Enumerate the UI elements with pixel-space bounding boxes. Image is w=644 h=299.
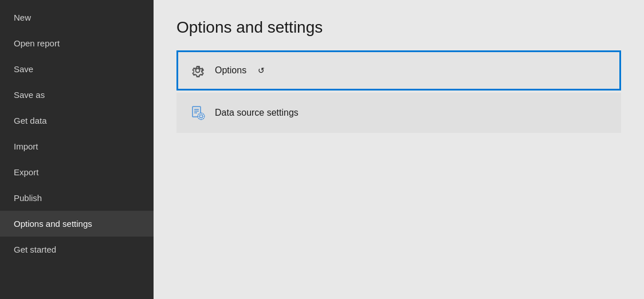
sidebar-item-label-import: Import [14, 141, 38, 151]
sidebar-item-label-options-and-settings: Options and settings [14, 219, 92, 229]
datasource-icon [190, 105, 206, 121]
sidebar-item-open-report[interactable]: Open report [0, 30, 154, 56]
cursor-indicator: ↺ [258, 66, 265, 75]
sidebar: New Open report Save Save as Get data Im… [0, 0, 154, 299]
gear-icon [190, 62, 206, 78]
sidebar-item-label-save: Save [14, 64, 33, 74]
sidebar-item-label-get-started: Get started [14, 245, 56, 254]
sidebar-item-label-get-data: Get data [14, 116, 47, 125]
page-title: Options and settings [176, 18, 621, 37]
sidebar-item-save-as[interactable]: Save as [0, 82, 154, 108]
sidebar-item-publish[interactable]: Publish [0, 185, 154, 211]
sidebar-item-get-started[interactable]: Get started [0, 237, 154, 262]
sidebar-item-new[interactable]: New [0, 5, 154, 30]
option-item-options[interactable]: Options ↺ [176, 50, 621, 91]
sidebar-item-label-open-report: Open report [14, 38, 60, 48]
sidebar-item-import[interactable]: Import [0, 133, 154, 159]
sidebar-item-label-new: New [14, 13, 31, 22]
sidebar-item-label-publish: Publish [14, 193, 42, 203]
sidebar-item-options-and-settings[interactable]: Options and settings [0, 211, 154, 237]
option-label-options: Options [215, 65, 246, 76]
sidebar-item-save[interactable]: Save [0, 56, 154, 82]
sidebar-item-label-save-as: Save as [14, 90, 45, 100]
main-content: Options and settings Options ↺ Da [154, 0, 644, 299]
option-item-data-source-settings[interactable]: Data source settings [176, 93, 621, 133]
sidebar-item-export[interactable]: Export [0, 159, 154, 185]
sidebar-item-label-export: Export [14, 167, 38, 177]
options-list: Options ↺ Data source settings [176, 50, 621, 135]
sidebar-item-get-data[interactable]: Get data [0, 108, 154, 133]
option-label-data-source-settings: Data source settings [215, 108, 299, 118]
